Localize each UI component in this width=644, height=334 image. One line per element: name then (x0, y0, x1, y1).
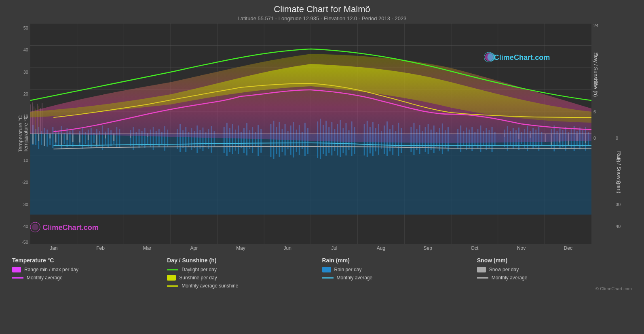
legend-col-temperature: Temperature °C Range min / max per day M… (12, 257, 167, 292)
legend-item-monthly-avg-snow: Monthly average (477, 275, 632, 281)
svg-rect-35 (63, 133, 65, 144)
chart-title: Climate Chart for Malmö (8, 4, 636, 15)
month-jun: Jun (264, 245, 311, 251)
legend-swatch-rain (322, 267, 331, 272)
legend-title-snow: Snow (mm) (477, 257, 632, 264)
svg-rect-202 (79, 134, 80, 143)
svg-rect-197 (49, 134, 51, 138)
chart-plot-area: ClimeChart.com ClimeChart.com (30, 23, 591, 244)
month-jul: Jul (311, 245, 358, 251)
legend-title-sunshine: Day / Sunshine (h) (167, 257, 322, 264)
legend-item-monthly-avg-sunshine: Monthly average sunshine (167, 283, 322, 289)
legend-item-daylight: Daylight per day (167, 267, 322, 272)
month-labels-row: Jan Feb Mar Apr May Jun Jul Aug Sep Oct … (30, 245, 591, 251)
legend-item-rain-per-day: Rain per day (322, 267, 477, 272)
legend-col-rain: Rain (mm) Rain per day Monthly average (322, 257, 477, 292)
svg-point-234 (488, 53, 496, 61)
legend-label-monthly-avg-sunshine: Monthly average sunshine (182, 283, 238, 289)
month-apr: Apr (171, 245, 217, 251)
legend-label-monthly-avg-temp: Monthly average (27, 275, 63, 281)
legend-label-daylight: Daylight per day (182, 267, 217, 272)
right-axis-label-rain: Rain / Snow (mm) (598, 121, 640, 223)
svg-text:ClimeChart.com: ClimeChart.com (494, 53, 550, 62)
month-may: May (217, 245, 264, 251)
svg-rect-199 (61, 134, 62, 145)
legend-swatch-snow (477, 267, 486, 272)
chart-svg: ClimeChart.com ClimeChart.com (30, 23, 591, 244)
legend-line-daylight (167, 269, 178, 270)
legend-section: Temperature °C Range min / max per day M… (8, 257, 636, 292)
svg-rect-225 (42, 103, 42, 134)
month-aug: Aug (358, 245, 405, 251)
legend-line-monthly-avg-temp (12, 277, 23, 279)
main-container: Climate Chart for Malmö Latitude 55.571 … (0, 0, 644, 334)
month-nov: Nov (498, 245, 545, 251)
month-sep: Sep (404, 245, 451, 251)
svg-text:ClimeChart.com: ClimeChart.com (42, 223, 99, 232)
legend-label-rain: Rain per day (334, 267, 362, 272)
legend-label-sunshine: Sunshine per day (179, 275, 217, 281)
y-tick-r2-40: 40 (616, 224, 621, 229)
legend-label-range: Range min / max per day (24, 267, 78, 272)
svg-rect-200 (67, 134, 68, 140)
legend-col-snow: Snow (mm) Snow per day Monthly average ©… (477, 257, 632, 292)
legend-item-monthly-avg-rain: Monthly average (322, 275, 477, 281)
legend-line-monthly-avg-sunshine (167, 285, 178, 287)
legend-line-monthly-avg-rain (322, 277, 334, 279)
legend-swatch-range (12, 267, 21, 272)
legend-line-monthly-avg-snow (477, 277, 488, 279)
legend-swatch-sunshine (167, 275, 176, 281)
left-axis-label-container: Temperature °C (2, 24, 39, 243)
copyright-text: © ClimeChart.com (595, 286, 632, 291)
y-tick-r-0: 0 (593, 136, 596, 140)
svg-rect-201 (72, 134, 74, 142)
month-dec: Dec (545, 245, 591, 251)
legend-item-sunshine-per-day: Sunshine per day (167, 275, 322, 281)
svg-rect-196 (44, 134, 45, 146)
svg-rect-198 (55, 134, 56, 143)
svg-rect-204 (96, 134, 97, 145)
legend-item-range: Range min / max per day (12, 267, 167, 272)
legend-item-snow-per-day: Snow per day (477, 267, 632, 272)
legend-title-rain: Rain (mm) (322, 257, 477, 264)
month-feb: Feb (77, 245, 124, 251)
legend-item-monthly-avg-temp: Monthly average (12, 275, 167, 281)
month-oct: Oct (451, 245, 498, 251)
chart-header: Climate Chart for Malmö Latitude 55.571 … (8, 4, 636, 21)
chart-subtitle: Latitude 55.571 - Longitude 12.935 - Ele… (8, 15, 636, 21)
legend-label-monthly-avg-rain: Monthly average (337, 275, 373, 281)
month-jan: Jan (30, 245, 77, 251)
legend-label-snow: Snow per day (489, 267, 519, 272)
right-axis-label-sunshine: Day / Sunshine (h) (574, 24, 618, 126)
legend-label-monthly-avg-snow: Monthly average (492, 275, 528, 281)
legend-col-sunshine: Day / Sunshine (h) Daylight per day Suns… (167, 257, 322, 292)
month-mar: Mar (124, 245, 171, 251)
copyright-container: © ClimeChart.com (477, 285, 632, 292)
legend-title-temperature: Temperature °C (12, 257, 167, 264)
